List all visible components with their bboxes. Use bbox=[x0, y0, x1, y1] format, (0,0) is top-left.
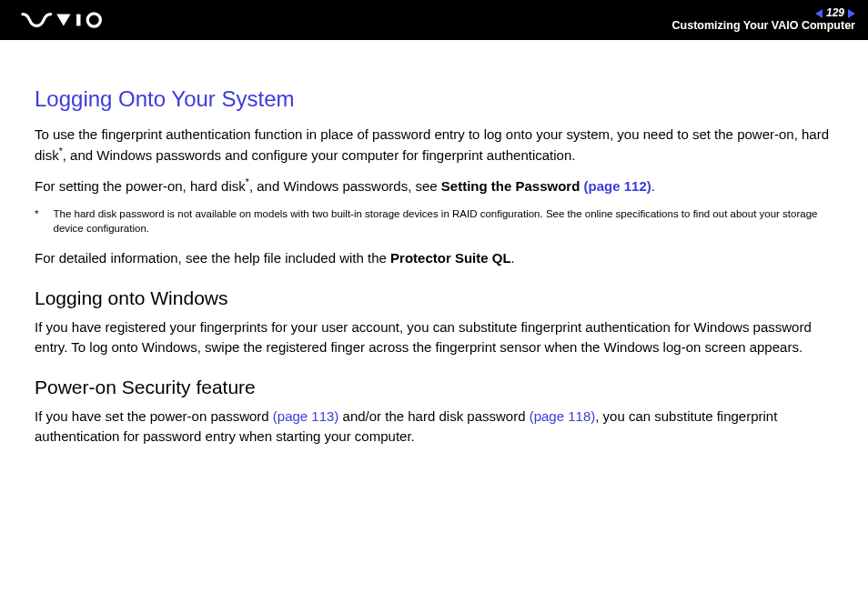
intro-paragraph-1: To use the fingerprint authentication fu… bbox=[35, 125, 833, 166]
footnote: * The hard disk password is not availabl… bbox=[35, 207, 833, 236]
text: , and Windows passwords, see bbox=[249, 178, 441, 194]
text: If you have set the power-on password bbox=[35, 408, 273, 424]
page-nav: 129 bbox=[672, 7, 855, 19]
text: . bbox=[651, 178, 655, 194]
page-number: 129 bbox=[826, 7, 844, 19]
svg-point-1 bbox=[87, 14, 100, 26]
text: For setting the power-on, hard disk bbox=[35, 178, 246, 194]
page-link-112[interactable]: (page 112) bbox=[584, 178, 651, 194]
page-title: Logging Onto Your System bbox=[35, 84, 833, 116]
bold-text: Setting the Password (page 112) bbox=[441, 178, 651, 194]
bold-text: Protector Suite QL bbox=[390, 250, 511, 266]
text: and/or the hard disk password bbox=[338, 408, 529, 424]
text: Setting the Password bbox=[441, 178, 584, 194]
header-right: 129 Customizing Your VAIO Computer bbox=[672, 7, 855, 33]
text: , and Windows passwords and configure yo… bbox=[63, 147, 576, 163]
text: . bbox=[511, 250, 515, 266]
svg-rect-0 bbox=[76, 15, 81, 26]
poweron-paragraph: If you have set the power-on password (p… bbox=[35, 407, 833, 447]
prev-page-icon[interactable] bbox=[815, 9, 823, 18]
windows-paragraph: If you have registered your fingerprints… bbox=[35, 317, 833, 357]
page-link-113[interactable]: (page 113) bbox=[273, 408, 339, 424]
page-link-118[interactable]: (page 118) bbox=[530, 408, 596, 424]
breadcrumb: Customizing Your VAIO Computer bbox=[672, 20, 855, 33]
footnote-marker: * bbox=[35, 207, 38, 236]
subheading-poweron: Power-on Security feature bbox=[35, 374, 833, 401]
header-bar: 129 Customizing Your VAIO Computer bbox=[0, 0, 868, 40]
text: For detailed information, see the help f… bbox=[35, 250, 390, 266]
intro-paragraph-2: For setting the power-on, hard disk*, an… bbox=[35, 176, 833, 196]
vaio-logo bbox=[18, 0, 118, 40]
page-content: Logging Onto Your System To use the fing… bbox=[0, 40, 868, 447]
intro-paragraph-3: For detailed information, see the help f… bbox=[35, 248, 833, 268]
next-page-icon[interactable] bbox=[848, 9, 855, 18]
footnote-text: The hard disk password is not available … bbox=[53, 207, 833, 236]
subheading-windows: Logging onto Windows bbox=[35, 285, 833, 312]
